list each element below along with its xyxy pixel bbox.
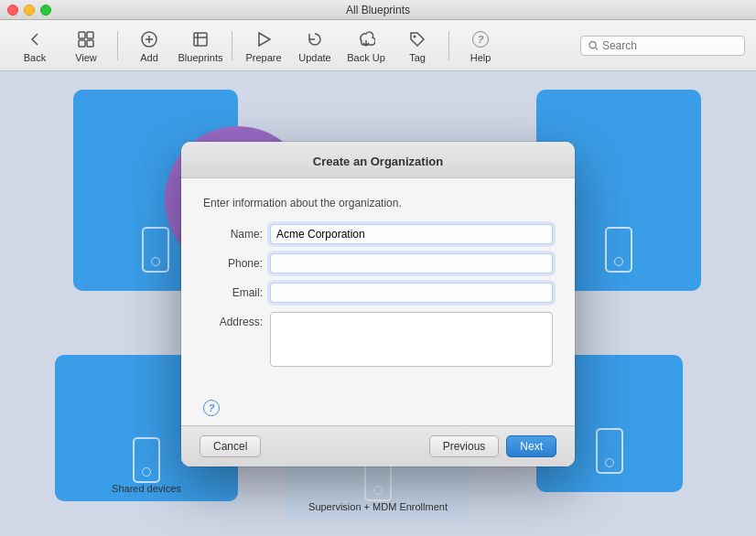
help-question-icon[interactable]: ? <box>203 400 220 416</box>
prepare-label: Prepare <box>245 52 281 63</box>
maximize-button[interactable] <box>40 5 51 16</box>
dialog-footer: Cancel Previous Next <box>181 425 575 466</box>
title-bar: All Blueprints <box>0 0 756 20</box>
view-icon <box>75 28 97 50</box>
search-icon <box>589 40 599 51</box>
add-label: Add <box>140 52 158 63</box>
next-button[interactable]: Next <box>506 435 556 457</box>
svg-rect-2 <box>79 40 85 47</box>
dialog-title: Create an Organization <box>313 155 443 168</box>
backup-label: Back Up <box>347 52 385 63</box>
svg-rect-3 <box>87 40 93 47</box>
view-button[interactable]: View <box>62 26 110 66</box>
tag-label: Tag <box>409 52 426 63</box>
update-button[interactable]: Update <box>291 26 339 66</box>
toolbar-separator-3 <box>448 31 449 60</box>
name-input[interactable] <box>270 224 553 244</box>
backup-icon <box>355 28 377 50</box>
previous-button[interactable]: Previous <box>429 435 500 457</box>
dialog-title-bar: Create an Organization <box>181 142 575 178</box>
backup-button[interactable]: Back Up <box>342 26 390 66</box>
prepare-button[interactable]: Prepare <box>240 26 287 66</box>
address-label: Address: <box>203 312 263 328</box>
tag-button[interactable]: Tag <box>394 26 441 66</box>
blueprints-icon <box>189 28 211 50</box>
address-input[interactable] <box>270 312 553 367</box>
update-label: Update <box>298 52 330 63</box>
svg-rect-0 <box>79 32 85 38</box>
svg-marker-10 <box>259 33 270 46</box>
phone-row: Phone: <box>203 253 553 273</box>
dialog-body: Enter information about the organization… <box>181 178 575 394</box>
window-title: All Blueprints <box>346 4 410 16</box>
add-button[interactable]: Add <box>125 26 173 66</box>
tag-icon <box>406 28 428 50</box>
toolbar: Back View Add Blueprints Prepare Update <box>0 20 756 71</box>
email-row: Email: <box>203 283 553 303</box>
add-icon <box>138 28 160 50</box>
search-input[interactable] <box>602 39 737 52</box>
create-organization-dialog: Create an Organization Enter information… <box>181 142 575 466</box>
view-label: View <box>75 52 97 63</box>
svg-point-12 <box>414 35 416 38</box>
email-label: Email: <box>203 283 263 299</box>
dialog-overlay: Create an Organization Enter information… <box>0 71 756 536</box>
dialog-intro: Enter information about the organization… <box>203 197 553 209</box>
traffic-lights <box>7 5 51 16</box>
cancel-button[interactable]: Cancel <box>200 435 261 457</box>
main-content: Shared devices Supervision + MDM Enrollm… <box>0 71 756 536</box>
close-button[interactable] <box>7 5 18 16</box>
blueprints-button[interactable]: Blueprints <box>177 26 224 66</box>
phone-label: Phone: <box>203 253 263 270</box>
email-input[interactable] <box>270 283 553 303</box>
svg-rect-1 <box>87 32 93 38</box>
minimize-button[interactable] <box>24 5 35 16</box>
dialog-help-area: ? <box>181 394 575 425</box>
svg-point-13 <box>589 41 596 48</box>
name-row: Name: <box>203 224 553 244</box>
footer-right-buttons: Previous Next <box>429 435 556 457</box>
toolbar-separator-2 <box>232 31 232 60</box>
svg-rect-7 <box>194 33 207 46</box>
back-icon <box>24 28 46 50</box>
search-box[interactable] <box>580 36 745 56</box>
address-row: Address: <box>203 312 553 367</box>
prepare-icon <box>253 28 275 50</box>
toolbar-separator-1 <box>117 31 118 60</box>
name-label: Name: <box>203 224 263 241</box>
help-label: Help <box>470 52 491 63</box>
help-icon: ? <box>470 28 491 50</box>
back-label: Back <box>24 52 46 63</box>
update-icon <box>304 28 326 50</box>
phone-input[interactable] <box>270 253 553 273</box>
back-button[interactable]: Back <box>11 26 59 66</box>
svg-line-14 <box>596 48 598 49</box>
help-button[interactable]: ? Help <box>457 26 504 66</box>
blueprints-label: Blueprints <box>178 52 223 63</box>
